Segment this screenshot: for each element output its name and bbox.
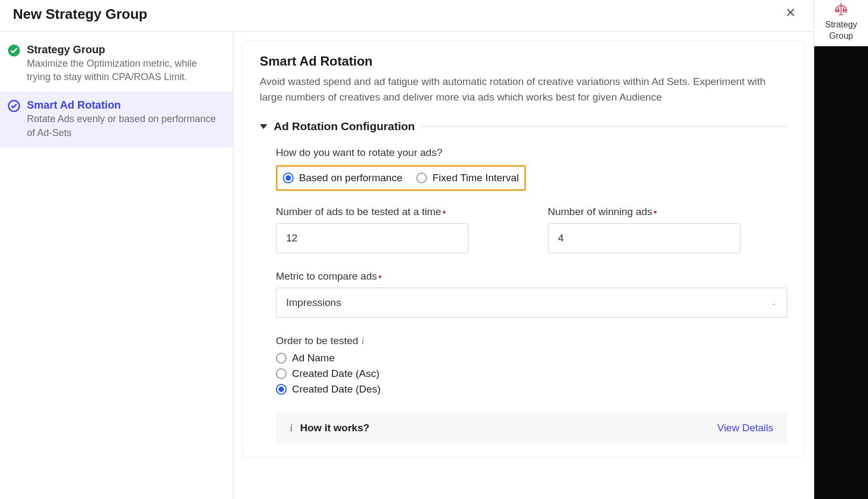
scales-icon[interactable] (834, 2, 849, 17)
num-win-input[interactable] (548, 223, 741, 253)
radio-label: Created Date (Des) (292, 383, 381, 395)
radio-icon (276, 368, 287, 379)
step-smart-ad-rotation[interactable]: Smart Ad Rotation Rotate Ads evenly or b… (0, 91, 233, 147)
metric-select[interactable]: Impressions ⌄ (276, 288, 787, 318)
close-icon (785, 6, 796, 18)
config-title: Ad Rotation Configuration (274, 120, 415, 133)
chevron-down-icon: ⌄ (771, 298, 777, 307)
radio-icon (276, 353, 287, 363)
caret-down-icon (260, 124, 267, 129)
right-panel: Strategy Group (814, 0, 868, 499)
radio-icon (283, 173, 294, 183)
num-ads-label: Number of ads to be tested at a time● (276, 206, 516, 218)
config-toggle[interactable]: Ad Rotation Configuration (260, 120, 787, 133)
info-icon: i (290, 423, 293, 434)
check-circle-icon (8, 44, 20, 57)
step-title: Smart Ad Rotation (27, 99, 222, 111)
right-panel-dark (814, 46, 868, 499)
rotate-question: How do you want to rotate your ads? (276, 147, 787, 159)
radio-label: Based on performance (299, 172, 402, 184)
header: New Strategy Group (0, 0, 814, 32)
num-ads-input[interactable] (276, 223, 468, 253)
page-title: New Strategy Group (13, 6, 147, 23)
how-it-works-title: How it works? (300, 422, 369, 434)
divider (421, 126, 787, 127)
info-icon[interactable]: i (361, 336, 364, 346)
step-desc: Rotate Ads evenly or based on performanc… (27, 112, 222, 139)
steps-sidebar: Strategy Group Maximize the Optimization… (0, 32, 233, 499)
close-button[interactable] (780, 4, 801, 24)
radio-based-on-performance[interactable]: Based on performance (283, 172, 402, 184)
radio-label: Ad Name (292, 352, 335, 364)
radio-order-created-des[interactable]: Created Date (Des) (276, 383, 787, 395)
radio-icon (416, 173, 427, 183)
metric-value: Impressions (286, 297, 341, 309)
radio-order-ad-name[interactable]: Ad Name (276, 352, 787, 364)
metric-label: Metric to compare ads● (276, 270, 787, 282)
radio-fixed-time-interval[interactable]: Fixed Time Interval (416, 172, 519, 184)
order-label: Order to be testedi (276, 335, 787, 347)
rotation-type-group: Based on performance Fixed Time Interval (276, 165, 526, 191)
radio-order-created-asc[interactable]: Created Date (Asc) (276, 368, 787, 380)
svg-point-5 (843, 10, 847, 11)
required-marker: ● (653, 208, 657, 216)
step-strategy-group[interactable]: Strategy Group Maximize the Optimization… (0, 36, 233, 91)
section-desc: Avoid wasted spend and ad fatigue with a… (260, 74, 787, 105)
radio-label: Created Date (Asc) (292, 368, 380, 380)
required-marker: ● (378, 273, 382, 280)
radio-icon (276, 384, 287, 395)
step-title: Strategy Group (27, 44, 222, 56)
step-desc: Maximize the Optimization metric, while … (27, 57, 222, 84)
section-title: Smart Ad Rotation (260, 54, 787, 69)
radio-checked-icon (8, 99, 20, 112)
required-marker: ● (442, 208, 446, 216)
how-it-works-panel: i How it works? View Details (276, 412, 787, 444)
num-win-label: Number of winning ads● (548, 206, 788, 218)
view-details-link[interactable]: View Details (717, 422, 773, 434)
main-content: Smart Ad Rotation Avoid wasted spend and… (242, 40, 805, 457)
svg-point-4 (836, 10, 839, 11)
right-panel-label: Strategy Group (814, 19, 868, 42)
radio-label: Fixed Time Interval (432, 172, 519, 184)
